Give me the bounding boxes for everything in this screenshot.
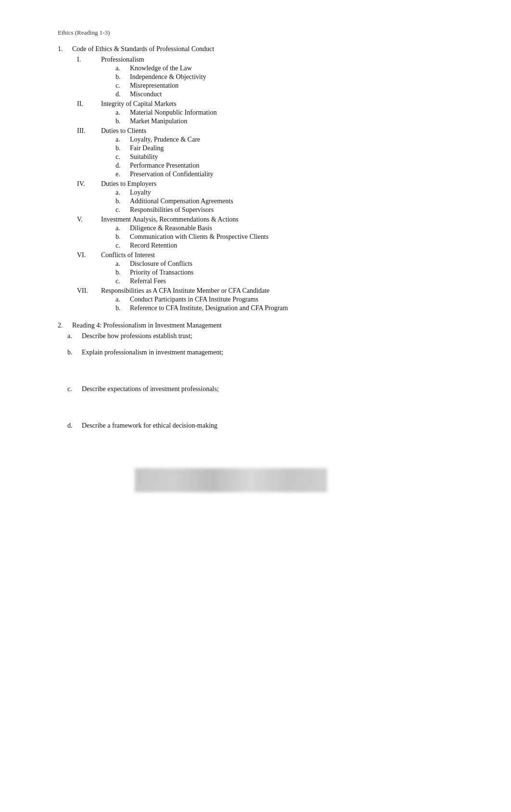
alpha-text-4-1: Communication with Clients & Prospective… xyxy=(130,233,268,241)
alpha-text-0-0: Knowledge of the Law xyxy=(130,65,192,72)
alpha-text-2-4: Preservation of Confidentiality xyxy=(130,170,213,178)
alpha-item-1-1: b.Market Manipulation xyxy=(115,118,473,125)
alpha-letter-0-1: b. xyxy=(115,73,130,81)
alpha-text-5-1: Priority of Transactions xyxy=(130,269,193,276)
alpha-item-1-0: a.Material Nonpublic Information xyxy=(115,109,473,117)
alpha-letter-6-0: a. xyxy=(115,296,130,303)
alpha-item-0-0: a.Knowledge of the Law xyxy=(115,65,473,72)
roman-section-4: V.Investment Analysis, Recommendations &… xyxy=(58,216,473,249)
alpha-text-1-0: Material Nonpublic Information xyxy=(130,109,217,117)
roman-row-6: VII.Responsibilities as A CFA Institute … xyxy=(77,287,473,295)
alpha-letter-3-0: a. xyxy=(115,189,130,196)
alpha-item-6-0: a.Conduct Participants in CFA Institute … xyxy=(115,296,473,303)
alpha-item-0-1: b.Independence & Objectivity xyxy=(115,73,473,81)
alpha-item-3-2: c.Responsibilities of Supervisors xyxy=(115,206,473,214)
alpha-letter-0-2: c. xyxy=(115,82,130,90)
alpha-letter-1-1: b. xyxy=(115,118,130,125)
roman-text-0: Professionalism xyxy=(101,56,144,64)
alpha-text-3-1: Additional Compensation Agreements xyxy=(130,197,233,205)
roman-num-3: IV. xyxy=(77,180,101,188)
section2-items: a.Describe how professions establish tru… xyxy=(58,332,473,430)
roman-num-5: VI. xyxy=(77,251,101,259)
alpha-text-6-0: Conduct Participants in CFA Institute Pr… xyxy=(130,296,258,303)
alpha-text-2-1: Fair Dealing xyxy=(130,144,164,152)
alpha-text-2-0: Loyalty, Prudence & Care xyxy=(130,136,200,144)
alpha-item-4-0: a.Diligence & Reasonable Basis xyxy=(115,224,473,232)
alpha-item-5-0: a.Disclosure of Conflicts xyxy=(115,260,473,268)
s2-letter-0: a. xyxy=(67,332,82,340)
alpha-letter-2-4: e. xyxy=(115,170,130,178)
alpha-letter-0-3: d. xyxy=(115,91,130,98)
s2-text-1: Explain professionalism in investment ma… xyxy=(82,349,223,356)
alpha-item-5-2: c.Referral Fees xyxy=(115,277,473,285)
alpha-text-5-2: Referral Fees xyxy=(130,277,166,285)
alpha-letter-5-0: a. xyxy=(115,260,130,268)
alpha-letter-3-1: b. xyxy=(115,197,130,205)
footer-watermark xyxy=(135,468,327,492)
alpha-letter-4-0: a. xyxy=(115,224,130,232)
item1-num: 1. xyxy=(58,45,72,53)
s2-letter-3: d. xyxy=(67,422,82,430)
section2-label: Reading 4: Professionalism in Investment… xyxy=(72,322,222,329)
alpha-item-2-0: a.Loyalty, Prudence & Care xyxy=(115,136,473,144)
alpha-letter-0-0: a. xyxy=(115,65,130,72)
alpha-letter-2-3: d. xyxy=(115,162,130,170)
alpha-text-0-3: Misconduct xyxy=(130,91,162,98)
roman-text-5: Conflicts of Interest xyxy=(101,251,155,259)
alpha-letter-2-1: b. xyxy=(115,144,130,152)
roman-row-3: IV.Duties to Employers xyxy=(77,180,473,188)
roman-section-2: III.Duties to Clientsa.Loyalty, Prudence… xyxy=(58,127,473,178)
roman-section-1: II.Integrity of Capital Marketsa.Materia… xyxy=(58,100,473,125)
roman-row-0: I.Professionalism xyxy=(77,56,473,64)
s2-text-2: Describe expectations of investment prof… xyxy=(82,385,219,393)
alpha-item-2-2: c.Suitability xyxy=(115,153,473,161)
roman-section-6: VII.Responsibilities as A CFA Institute … xyxy=(58,287,473,312)
roman-num-1: II. xyxy=(77,100,101,108)
s2-letter-1: b. xyxy=(67,349,82,356)
alpha-text-0-2: Misrepresentation xyxy=(130,82,179,90)
alpha-letter-4-1: b. xyxy=(115,233,130,241)
roman-row-5: VI.Conflicts of Interest xyxy=(77,251,473,259)
alpha-letter-2-0: a. xyxy=(115,136,130,144)
roman-text-2: Duties to Clients xyxy=(101,127,146,135)
s2-letter-2: c. xyxy=(67,385,82,393)
alpha-text-3-0: Loyalty xyxy=(130,189,151,196)
alpha-letter-5-2: c. xyxy=(115,277,130,285)
section-2: 2. Reading 4: Professionalism in Investm… xyxy=(58,322,473,430)
alpha-letter-3-2: c. xyxy=(115,206,130,214)
roman-sections: I.Professionalisma.Knowledge of the Lawb… xyxy=(58,56,473,312)
roman-num-4: V. xyxy=(77,216,101,223)
alpha-text-3-2: Responsibilities of Supervisors xyxy=(130,206,214,214)
alpha-letter-5-1: b. xyxy=(115,269,130,276)
s2-text-3: Describe a framework for ethical decisio… xyxy=(82,422,217,430)
roman-num-0: I. xyxy=(77,56,101,64)
alpha-text-5-0: Disclosure of Conflicts xyxy=(130,260,192,268)
alpha-text-1-1: Market Manipulation xyxy=(130,118,187,125)
roman-num-6: VII. xyxy=(77,287,101,295)
roman-text-4: Investment Analysis, Recommendations & A… xyxy=(101,216,239,223)
alpha-text-4-2: Record Retention xyxy=(130,242,177,249)
roman-section-0: I.Professionalisma.Knowledge of the Lawb… xyxy=(58,56,473,98)
roman-text-6: Responsibilities as A CFA Institute Memb… xyxy=(101,287,269,295)
alpha-item-2-1: b.Fair Dealing xyxy=(115,144,473,152)
s2-item-3: d.Describe a framework for ethical decis… xyxy=(67,422,473,430)
roman-num-2: III. xyxy=(77,127,101,135)
alpha-text-6-1: Reference to CFA Institute, Designation … xyxy=(130,304,288,312)
alpha-item-2-3: d.Performance Presentation xyxy=(115,162,473,170)
roman-section-3: IV.Duties to Employersa.Loyaltyb.Additio… xyxy=(58,180,473,214)
roman-row-1: II.Integrity of Capital Markets xyxy=(77,100,473,108)
s2-item-0: a.Describe how professions establish tru… xyxy=(67,332,473,340)
outline-item-1: 1. Code of Ethics & Standards of Profess… xyxy=(58,45,473,312)
alpha-item-2-4: e.Preservation of Confidentiality xyxy=(115,170,473,178)
alpha-text-4-0: Diligence & Reasonable Basis xyxy=(130,224,212,232)
alpha-text-2-3: Performance Presentation xyxy=(130,162,199,170)
alpha-letter-1-0: a. xyxy=(115,109,130,117)
roman-row-2: III.Duties to Clients xyxy=(77,127,473,135)
alpha-letter-2-2: c. xyxy=(115,153,130,161)
alpha-item-4-2: c.Record Retention xyxy=(115,242,473,249)
page-header: Ethics (Reading 1-3) xyxy=(58,29,473,37)
s2-text-0: Describe how professions establish trust… xyxy=(82,332,192,340)
alpha-item-0-2: c.Misrepresentation xyxy=(115,82,473,90)
alpha-letter-6-1: b. xyxy=(115,304,130,312)
page-container: Ethics (Reading 1-3) 1. Code of Ethics &… xyxy=(58,29,473,492)
